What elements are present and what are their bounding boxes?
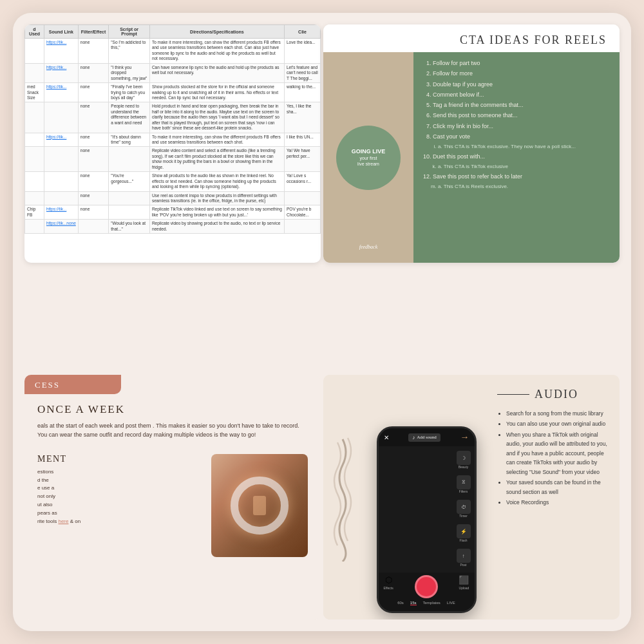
cta-title: CTA IDEAS FOR REELS [336,33,607,47]
timer-60s[interactable]: 60s [397,601,404,605]
cta-item-8-sub: a. This CTA is TikTok exclusive. They no… [438,142,611,151]
table-row: none "You're gorgeous..." Show all produ… [25,172,321,191]
table-row: none Use reel as content inspo to show p… [25,191,321,205]
timer-templates[interactable]: Templates [423,601,440,605]
audio-section: ✕ Add sound → ☽ Beauty ⧖ [323,375,620,620]
cta-list: Follow for part two Follow for more Doub… [422,59,611,191]
tools-text: rite tools here & on [37,518,201,526]
cta-rosette: GOING LIVE your first live stream [336,126,401,190]
phone-record-area: ⬡ Effects ⬛ Upload 60s 15s [379,573,475,611]
phone-close-icon[interactable]: ✕ [384,434,389,441]
cta-item-10: Save this post to refer back to later [433,172,611,182]
here-link[interactable]: here [58,518,68,524]
timer-15s[interactable]: 15s [410,601,417,605]
post-label: Post [457,563,471,567]
timer-icon-group: ⏱ Timer [457,500,471,518]
phone-bottom-icons: ⬡ Effects ⬛ Upload [379,573,475,600]
process-section: CESS ONCE A WEEK eals at the start of ea… [24,375,321,620]
audio-item-1: Search for a song from the music library [506,409,609,418]
audio-item-4: Your saved sounds can be found in the so… [506,478,609,497]
spreadsheet-section: d Used Sound Link Filter/Effect Script o… [24,24,321,263]
process-description: eals at the start of each week and post … [37,421,308,440]
cta-item-3: Double tap if you agree [433,80,611,90]
audio-item-2: You can also use your own original audio [506,419,609,428]
filters-label: Filters [457,489,471,493]
phone-timer-bar: 60s 15s Templates LIVE [379,600,475,607]
col-header-script: Script or Prompt [109,25,150,39]
post-icon[interactable]: ↑ [457,549,471,563]
table-row: med Snack Size https://tik... none "Fina… [25,83,321,102]
audio-title: AUDIO [535,388,578,401]
process-content: ONCE A WEEK eals at the start of each we… [24,403,321,454]
phone-record-button[interactable] [415,575,438,598]
table-row: none Replicate video content and select … [25,147,321,172]
cta-item-6: Send this post to someone that... [433,111,611,120]
flash-icon[interactable]: ⚡ [457,524,471,538]
cta-item-2: Follow for more [433,69,611,79]
phone-side-icons: ☽ Beauty ⧖ Filters ⏱ Timer ⚡ [457,451,471,567]
col-header-sound: Sound Link [44,25,78,39]
timer-label: Timer [457,514,471,518]
process-bar-label: CESS [35,380,60,390]
process-bottom: MENT estionsd thee use anot onlyut alsop… [24,454,321,557]
table-row: https://tik... none "So I'm addicted to … [25,39,321,64]
audio-text-col: AUDIO Search for a song from the music l… [491,375,620,620]
cta-item-5: Tag a friend in the comments that... [433,100,611,110]
cta-item-8: Cast your vote [433,132,611,142]
flash-icon-group: ⚡ Flash [457,524,471,542]
effects-icon[interactable]: ⬡ [385,575,392,585]
audio-item-3: When you share a TikTok with original au… [506,430,609,477]
feedback-label: feedback [323,244,413,250]
phone-top-bar: ✕ Add sound → [379,428,475,446]
filters-icon[interactable]: ⧖ [457,475,471,489]
upload-icon[interactable]: ⬛ [459,575,469,585]
timer-live[interactable]: LIVE [447,601,455,605]
ring-light-bg [211,454,308,557]
upload-label: Upload [459,586,469,590]
cta-item-9-sub: a. This CTA is TikTok exclusive [438,162,611,171]
process-text-col: MENT estionsd thee use anot onlyut alsop… [37,454,201,557]
cta-section: CTA IDEAS FOR REELS GOING LIVE your firs… [323,24,620,263]
col-header-client: Clie [285,25,321,39]
flash-label: Flash [457,538,471,542]
col-header-filter: Filter/Effect [78,25,109,39]
cta-list-col: Follow for part two Follow for more Doub… [413,52,620,263]
process-bar: CESS [24,375,121,394]
table-row: https://tik... none "It's about damn tim… [25,133,321,147]
spreadsheet-table: d Used Sound Link Filter/Effect Script o… [24,24,321,234]
table-row: https://tik... none "I think you dropped… [25,63,321,82]
cta-item-1: Follow for part two [433,59,611,68]
filters-icon-group: ⧖ Filters [457,475,471,493]
audio-header: AUDIO [497,388,609,401]
table-row: none People need to understand the diffe… [25,102,321,133]
cta-body: GOING LIVE your first live stream feedba… [323,52,620,263]
table-row: Chip FB https://tik... none Replicate Ti… [25,205,321,220]
wavy-icon [330,433,355,562]
col-header-directions: Directions/Specifications [149,25,284,39]
post-icon-group: ↑ Post [457,549,471,567]
phone-screen: ✕ Add sound → ☽ Beauty ⧖ [379,428,475,611]
cta-image-col: GOING LIVE your first live stream feedba… [323,52,413,263]
effects-icon-group: ⬡ Effects [384,575,393,598]
upload-icon-group: ⬛ Upload [459,575,469,598]
beauty-icon[interactable]: ☽ [457,451,471,465]
beauty-icon-group: ☽ Beauty [457,451,471,469]
col-header-used: d Used [25,25,44,39]
cta-item-9: Duet this post with... [433,152,611,162]
phone-arrow-icon: → [460,432,469,442]
ring-light-circle [231,477,289,535]
add-sound-label: Add sound [417,435,437,440]
effects-label: Effects [384,586,393,590]
audio-list: Search for a song from the music library… [497,409,609,507]
table-row: https://tik...none "Would you look at th… [25,220,321,234]
timer-icon[interactable]: ⏱ [457,500,471,514]
equipment-text: estionsd thee use anot onlyut alsopears … [37,468,201,518]
phone-add-sound[interactable]: Add sound [408,433,440,442]
wavy-col [323,375,362,620]
cta-item-7: Click my link in bio for... [433,122,611,131]
process-heading: ONCE A WEEK [37,403,308,416]
audio-item-5: Voice Recordings [506,498,609,507]
equipment-heading: MENT [37,454,201,464]
cta-item-4: Comment below if... [433,90,611,100]
beauty-label: Beauty [457,465,471,469]
